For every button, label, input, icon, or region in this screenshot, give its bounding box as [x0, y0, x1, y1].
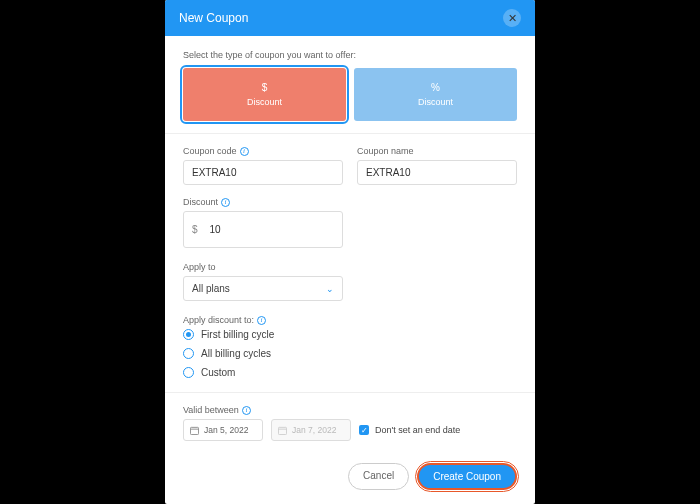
new-coupon-modal: New Coupon ✕ Select the type of coupon y…	[165, 0, 535, 504]
currency-symbol: $	[192, 224, 198, 235]
apply-discount-label: Apply discount to: i	[183, 315, 517, 325]
apply-to-label: Apply to	[183, 262, 517, 272]
svg-rect-2	[278, 427, 286, 434]
dollar-label: Discount	[247, 97, 282, 107]
coupon-name-label: Coupon name	[357, 146, 517, 156]
percent-discount-card[interactable]: % Discount	[354, 68, 517, 121]
code-name-row: Coupon code i Coupon name	[183, 146, 517, 185]
info-icon[interactable]: i	[240, 147, 249, 156]
modal-footer: Cancel Create Coupon	[165, 455, 535, 504]
no-end-date-checkbox[interactable]: ✓ Don't set an end date	[359, 425, 460, 435]
radio-custom[interactable]: Custom	[183, 367, 517, 378]
svg-rect-0	[190, 427, 198, 434]
discount-label: Discount i	[183, 197, 517, 207]
percent-label: Discount	[418, 97, 453, 107]
discount-input-wrapper[interactable]: $	[183, 211, 343, 248]
coupon-type-row: $ Discount % Discount	[183, 68, 517, 121]
start-date-input[interactable]: Jan 5, 2022	[183, 419, 263, 441]
valid-section: Valid between i Jan 5, 2022 Jan 7, 2022	[183, 405, 517, 441]
radio-icon	[183, 367, 194, 378]
percent-icon: %	[354, 82, 517, 93]
chevron-down-icon: ⌄	[326, 284, 334, 294]
coupon-name-input[interactable]	[357, 160, 517, 185]
modal-header: New Coupon ✕	[165, 0, 535, 36]
discount-input[interactable]	[202, 218, 334, 241]
end-date-input: Jan 7, 2022	[271, 419, 351, 441]
info-icon[interactable]: i	[221, 198, 230, 207]
calendar-icon	[190, 426, 199, 435]
coupon-code-input[interactable]	[183, 160, 343, 185]
calendar-icon	[278, 426, 287, 435]
modal-title: New Coupon	[179, 11, 248, 25]
divider	[165, 133, 535, 134]
info-icon[interactable]: i	[242, 406, 251, 415]
close-icon: ✕	[508, 12, 517, 25]
checkbox-icon: ✓	[359, 425, 369, 435]
dollar-discount-card[interactable]: $ Discount	[183, 68, 346, 121]
close-button[interactable]: ✕	[503, 9, 521, 27]
cancel-button[interactable]: Cancel	[348, 463, 409, 490]
discount-section: Discount i $	[183, 197, 517, 248]
valid-label: Valid between i	[183, 405, 517, 415]
dollar-icon: $	[183, 82, 346, 93]
modal-body: Select the type of coupon you want to of…	[165, 36, 535, 455]
radio-icon	[183, 329, 194, 340]
create-coupon-button[interactable]: Create Coupon	[417, 463, 517, 490]
radio-first-billing[interactable]: First billing cycle	[183, 329, 517, 340]
info-icon[interactable]: i	[257, 316, 266, 325]
apply-discount-section: Apply discount to: i First billing cycle…	[183, 315, 517, 378]
radio-icon	[183, 348, 194, 359]
radio-all-billing[interactable]: All billing cycles	[183, 348, 517, 359]
apply-to-select[interactable]: All plans ⌄	[183, 276, 343, 301]
coupon-code-label: Coupon code i	[183, 146, 343, 156]
intro-text: Select the type of coupon you want to of…	[183, 50, 517, 60]
apply-to-value: All plans	[192, 283, 230, 294]
divider	[165, 392, 535, 393]
apply-to-section: Apply to All plans ⌄	[183, 262, 517, 301]
